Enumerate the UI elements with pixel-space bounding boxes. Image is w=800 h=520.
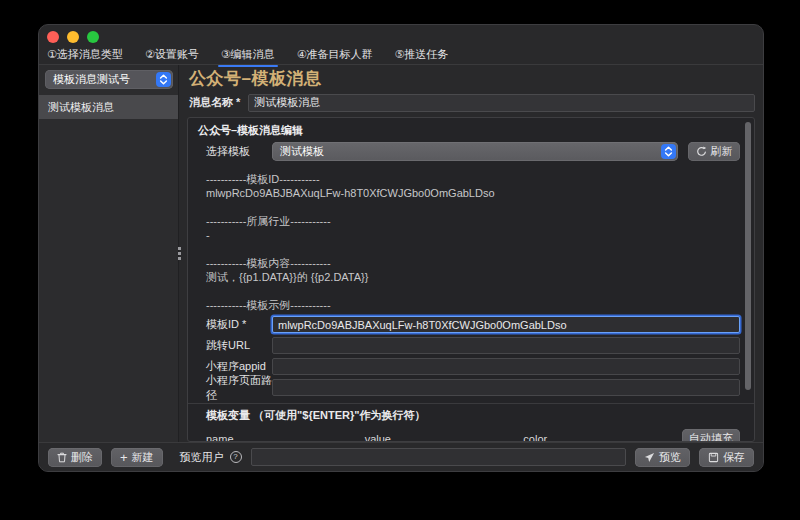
delete-button-label: 删除 xyxy=(71,450,93,465)
template-id-input[interactable] xyxy=(272,316,740,333)
preview-button-label: 预览 xyxy=(659,450,681,465)
template-select-label: 选择模板 xyxy=(206,144,272,159)
window-titlebar xyxy=(39,25,763,43)
trash-icon xyxy=(57,452,67,463)
column-name-label: name xyxy=(206,433,353,443)
account-select-value: 模板消息测试号 xyxy=(53,72,130,87)
delete-button[interactable]: 删除 xyxy=(48,448,102,467)
window-body: 模板消息测试号 测试模板消息 公众号–模板消息 xyxy=(39,65,763,442)
step-tabbar: ①选择消息类型 ②设置账号 ③编辑消息 ④准备目标人群 ⑤推送任务 xyxy=(39,43,763,65)
message-name-row: 消息名称 * xyxy=(189,93,755,112)
refresh-button-label: 刷新 xyxy=(711,144,733,159)
template-select[interactable]: 测试模板 xyxy=(272,142,678,161)
main-content: 公众号–模板消息 消息名称 * 公众号–模板消息编辑 选择模板 测试模板 xyxy=(179,65,763,442)
refresh-button[interactable]: 刷新 xyxy=(688,142,740,161)
tab-set-account[interactable]: ②设置账号 xyxy=(144,45,200,67)
template-info-text: -----------模板ID----------- mlwpRcDo9ABJB… xyxy=(206,172,744,312)
new-button[interactable]: + 新建 xyxy=(111,448,163,467)
tab-push-task[interactable]: ⑤推送任务 xyxy=(394,45,450,67)
miniprogram-appid-input[interactable] xyxy=(272,358,740,375)
panel-title: 公众号–模板消息编辑 xyxy=(188,118,754,142)
message-name-input[interactable] xyxy=(248,94,755,112)
chevron-up-down-icon xyxy=(156,72,171,87)
jump-url-input[interactable] xyxy=(272,337,740,354)
plus-icon: + xyxy=(120,452,128,463)
column-color-label: color xyxy=(523,433,670,443)
splitter-handle[interactable] xyxy=(176,245,183,263)
miniprogram-path-row: 小程序页面路径 xyxy=(206,379,740,396)
template-id-row: 模板ID * xyxy=(206,316,740,333)
chevron-up-down-icon xyxy=(661,144,676,159)
message-list: 测试模板消息 xyxy=(39,95,178,442)
tab-edit-message[interactable]: ③编辑消息 xyxy=(220,45,276,67)
desktop-background: ①选择消息类型 ②设置账号 ③编辑消息 ④准备目标人群 ⑤推送任务 模板消息测试… xyxy=(0,0,800,520)
app-window: ①选择消息类型 ②设置账号 ③编辑消息 ④准备目标人群 ⑤推送任务 模板消息测试… xyxy=(38,24,764,472)
help-icon[interactable]: ? xyxy=(230,451,242,463)
miniprogram-path-label: 小程序页面路径 xyxy=(206,373,272,403)
minimize-window-icon[interactable] xyxy=(67,31,79,43)
miniprogram-path-input[interactable] xyxy=(272,379,740,396)
new-button-label: 新建 xyxy=(132,450,154,465)
close-window-icon[interactable] xyxy=(47,31,59,43)
refresh-icon xyxy=(696,146,707,157)
save-button-label: 保存 xyxy=(723,450,745,465)
message-name-label: 消息名称 * xyxy=(189,95,240,110)
template-variables-title: 模板变量 （可使用"${ENTER}"作为换行符） xyxy=(206,409,740,422)
account-select[interactable]: 模板消息测试号 xyxy=(45,70,173,89)
template-id-label: 模板ID * xyxy=(206,317,272,332)
page-title: 公众号–模板消息 xyxy=(189,69,755,89)
paper-plane-icon xyxy=(644,452,655,463)
maximize-window-icon[interactable] xyxy=(87,31,99,43)
template-select-value: 测试模板 xyxy=(280,144,324,159)
tab-select-message-type[interactable]: ①选择消息类型 xyxy=(46,45,124,67)
tab-prepare-audience[interactable]: ④准备目标人群 xyxy=(296,45,374,67)
jump-url-row: 跳转URL xyxy=(206,337,740,354)
save-icon xyxy=(708,452,719,463)
template-editor-panel: 公众号–模板消息编辑 选择模板 测试模板 xyxy=(187,117,755,442)
variables-header-row: name value color 自动填充 xyxy=(206,429,740,442)
autofill-button[interactable]: 自动填充 xyxy=(682,429,740,442)
preview-user-input[interactable] xyxy=(251,448,626,466)
preview-user-label: 预览用户 xyxy=(180,450,224,465)
panel-scrollbar[interactable] xyxy=(745,122,751,390)
column-value-label: value xyxy=(365,433,512,443)
sidebar: 模板消息测试号 测试模板消息 xyxy=(39,65,179,442)
save-button[interactable]: 保存 xyxy=(699,448,754,467)
template-variables-section: 模板变量 （可使用"${ENTER}"作为换行符） name value col… xyxy=(188,403,754,442)
jump-url-label: 跳转URL xyxy=(206,338,272,353)
template-select-row: 选择模板 测试模板 xyxy=(206,142,740,161)
bottom-action-bar: 删除 + 新建 预览用户 ? 预览 xyxy=(39,442,763,471)
miniprogram-appid-row: 小程序appid xyxy=(206,358,740,375)
preview-button[interactable]: 预览 xyxy=(635,448,690,467)
message-list-item[interactable]: 测试模板消息 xyxy=(39,95,178,119)
traffic-lights xyxy=(47,24,99,43)
